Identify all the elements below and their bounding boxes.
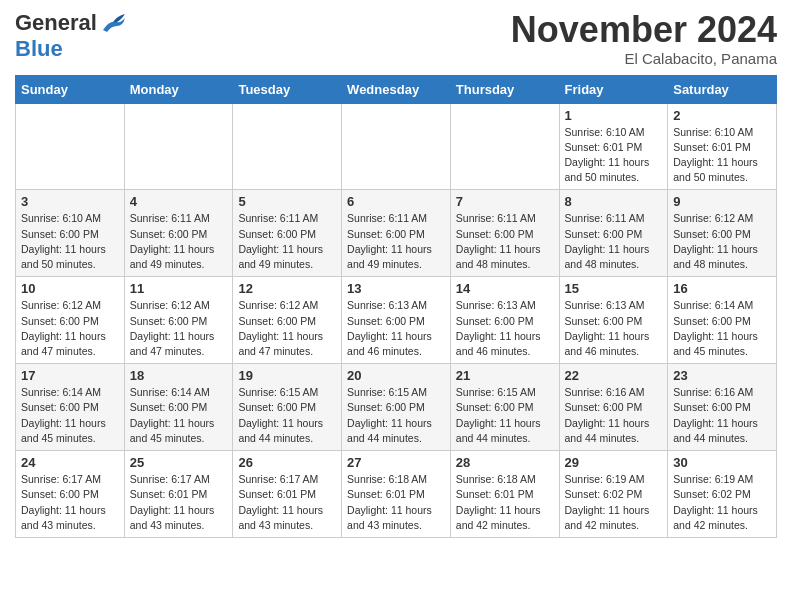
day-info: Sunrise: 6:13 AM Sunset: 6:00 PM Dayligh… [456, 298, 554, 359]
day-info: Sunrise: 6:17 AM Sunset: 6:00 PM Dayligh… [21, 472, 119, 533]
calendar-cell: 29Sunrise: 6:19 AM Sunset: 6:02 PM Dayli… [559, 451, 668, 538]
day-info: Sunrise: 6:18 AM Sunset: 6:01 PM Dayligh… [456, 472, 554, 533]
day-number: 27 [347, 455, 445, 470]
calendar-header-friday: Friday [559, 75, 668, 103]
day-number: 9 [673, 194, 771, 209]
logo-bird-icon [99, 12, 127, 34]
day-number: 7 [456, 194, 554, 209]
calendar-cell: 19Sunrise: 6:15 AM Sunset: 6:00 PM Dayli… [233, 364, 342, 451]
calendar-header-monday: Monday [124, 75, 233, 103]
logo: General Blue [15, 10, 127, 62]
day-number: 20 [347, 368, 445, 383]
calendar-cell: 8Sunrise: 6:11 AM Sunset: 6:00 PM Daylig… [559, 190, 668, 277]
day-info: Sunrise: 6:17 AM Sunset: 6:01 PM Dayligh… [130, 472, 228, 533]
day-number: 14 [456, 281, 554, 296]
day-info: Sunrise: 6:12 AM Sunset: 6:00 PM Dayligh… [130, 298, 228, 359]
calendar-cell: 12Sunrise: 6:12 AM Sunset: 6:00 PM Dayli… [233, 277, 342, 364]
day-info: Sunrise: 6:13 AM Sunset: 6:00 PM Dayligh… [565, 298, 663, 359]
calendar-week-1: 1Sunrise: 6:10 AM Sunset: 6:01 PM Daylig… [16, 103, 777, 190]
calendar-week-3: 10Sunrise: 6:12 AM Sunset: 6:00 PM Dayli… [16, 277, 777, 364]
calendar-cell: 25Sunrise: 6:17 AM Sunset: 6:01 PM Dayli… [124, 451, 233, 538]
day-info: Sunrise: 6:10 AM Sunset: 6:01 PM Dayligh… [565, 125, 663, 186]
calendar-header-row: SundayMondayTuesdayWednesdayThursdayFrid… [16, 75, 777, 103]
day-info: Sunrise: 6:16 AM Sunset: 6:00 PM Dayligh… [565, 385, 663, 446]
day-info: Sunrise: 6:15 AM Sunset: 6:00 PM Dayligh… [456, 385, 554, 446]
day-number: 23 [673, 368, 771, 383]
calendar-cell: 16Sunrise: 6:14 AM Sunset: 6:00 PM Dayli… [668, 277, 777, 364]
day-info: Sunrise: 6:13 AM Sunset: 6:00 PM Dayligh… [347, 298, 445, 359]
day-info: Sunrise: 6:11 AM Sunset: 6:00 PM Dayligh… [130, 211, 228, 272]
day-number: 30 [673, 455, 771, 470]
day-info: Sunrise: 6:11 AM Sunset: 6:00 PM Dayligh… [238, 211, 336, 272]
calendar-cell [16, 103, 125, 190]
calendar-week-2: 3Sunrise: 6:10 AM Sunset: 6:00 PM Daylig… [16, 190, 777, 277]
header: General Blue November 2024 El Calabacito… [15, 10, 777, 67]
day-number: 18 [130, 368, 228, 383]
day-info: Sunrise: 6:12 AM Sunset: 6:00 PM Dayligh… [673, 211, 771, 272]
calendar-header-saturday: Saturday [668, 75, 777, 103]
calendar-header-wednesday: Wednesday [342, 75, 451, 103]
calendar-week-4: 17Sunrise: 6:14 AM Sunset: 6:00 PM Dayli… [16, 364, 777, 451]
calendar-cell: 5Sunrise: 6:11 AM Sunset: 6:00 PM Daylig… [233, 190, 342, 277]
day-number: 29 [565, 455, 663, 470]
day-info: Sunrise: 6:19 AM Sunset: 6:02 PM Dayligh… [673, 472, 771, 533]
day-info: Sunrise: 6:10 AM Sunset: 6:00 PM Dayligh… [21, 211, 119, 272]
calendar-cell: 24Sunrise: 6:17 AM Sunset: 6:00 PM Dayli… [16, 451, 125, 538]
day-number: 16 [673, 281, 771, 296]
calendar-cell: 1Sunrise: 6:10 AM Sunset: 6:01 PM Daylig… [559, 103, 668, 190]
calendar: SundayMondayTuesdayWednesdayThursdayFrid… [15, 75, 777, 538]
calendar-cell: 11Sunrise: 6:12 AM Sunset: 6:00 PM Dayli… [124, 277, 233, 364]
day-number: 22 [565, 368, 663, 383]
day-info: Sunrise: 6:16 AM Sunset: 6:00 PM Dayligh… [673, 385, 771, 446]
calendar-header-thursday: Thursday [450, 75, 559, 103]
title-section: November 2024 El Calabacito, Panama [511, 10, 777, 67]
day-number: 13 [347, 281, 445, 296]
calendar-cell: 4Sunrise: 6:11 AM Sunset: 6:00 PM Daylig… [124, 190, 233, 277]
day-number: 25 [130, 455, 228, 470]
day-number: 24 [21, 455, 119, 470]
day-info: Sunrise: 6:18 AM Sunset: 6:01 PM Dayligh… [347, 472, 445, 533]
day-number: 15 [565, 281, 663, 296]
calendar-cell: 7Sunrise: 6:11 AM Sunset: 6:00 PM Daylig… [450, 190, 559, 277]
calendar-cell: 6Sunrise: 6:11 AM Sunset: 6:00 PM Daylig… [342, 190, 451, 277]
calendar-cell [450, 103, 559, 190]
day-number: 10 [21, 281, 119, 296]
page: General Blue November 2024 El Calabacito… [0, 0, 792, 553]
day-info: Sunrise: 6:14 AM Sunset: 6:00 PM Dayligh… [130, 385, 228, 446]
day-info: Sunrise: 6:15 AM Sunset: 6:00 PM Dayligh… [347, 385, 445, 446]
calendar-cell [124, 103, 233, 190]
day-number: 19 [238, 368, 336, 383]
day-number: 8 [565, 194, 663, 209]
calendar-cell: 3Sunrise: 6:10 AM Sunset: 6:00 PM Daylig… [16, 190, 125, 277]
location: El Calabacito, Panama [511, 50, 777, 67]
day-info: Sunrise: 6:11 AM Sunset: 6:00 PM Dayligh… [565, 211, 663, 272]
day-info: Sunrise: 6:17 AM Sunset: 6:01 PM Dayligh… [238, 472, 336, 533]
day-info: Sunrise: 6:10 AM Sunset: 6:01 PM Dayligh… [673, 125, 771, 186]
day-info: Sunrise: 6:12 AM Sunset: 6:00 PM Dayligh… [238, 298, 336, 359]
day-number: 4 [130, 194, 228, 209]
calendar-header-sunday: Sunday [16, 75, 125, 103]
calendar-cell: 23Sunrise: 6:16 AM Sunset: 6:00 PM Dayli… [668, 364, 777, 451]
calendar-cell: 13Sunrise: 6:13 AM Sunset: 6:00 PM Dayli… [342, 277, 451, 364]
day-info: Sunrise: 6:19 AM Sunset: 6:02 PM Dayligh… [565, 472, 663, 533]
calendar-cell [233, 103, 342, 190]
calendar-cell: 26Sunrise: 6:17 AM Sunset: 6:01 PM Dayli… [233, 451, 342, 538]
day-info: Sunrise: 6:15 AM Sunset: 6:00 PM Dayligh… [238, 385, 336, 446]
calendar-cell: 17Sunrise: 6:14 AM Sunset: 6:00 PM Dayli… [16, 364, 125, 451]
day-number: 26 [238, 455, 336, 470]
logo-blue-text: Blue [15, 36, 63, 62]
day-number: 21 [456, 368, 554, 383]
calendar-cell: 28Sunrise: 6:18 AM Sunset: 6:01 PM Dayli… [450, 451, 559, 538]
calendar-cell: 30Sunrise: 6:19 AM Sunset: 6:02 PM Dayli… [668, 451, 777, 538]
day-number: 3 [21, 194, 119, 209]
day-info: Sunrise: 6:14 AM Sunset: 6:00 PM Dayligh… [673, 298, 771, 359]
calendar-cell: 10Sunrise: 6:12 AM Sunset: 6:00 PM Dayli… [16, 277, 125, 364]
calendar-cell: 18Sunrise: 6:14 AM Sunset: 6:00 PM Dayli… [124, 364, 233, 451]
calendar-cell: 22Sunrise: 6:16 AM Sunset: 6:00 PM Dayli… [559, 364, 668, 451]
day-info: Sunrise: 6:11 AM Sunset: 6:00 PM Dayligh… [347, 211, 445, 272]
day-number: 6 [347, 194, 445, 209]
day-number: 17 [21, 368, 119, 383]
logo-general-text: General [15, 10, 97, 36]
calendar-cell: 2Sunrise: 6:10 AM Sunset: 6:01 PM Daylig… [668, 103, 777, 190]
day-number: 28 [456, 455, 554, 470]
